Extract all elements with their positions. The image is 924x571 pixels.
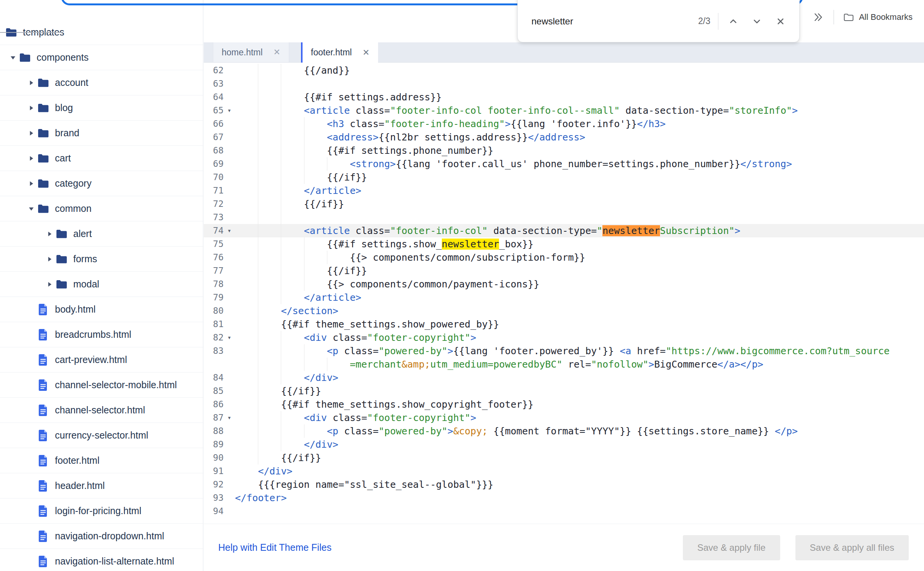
line-number: 82 [204,331,224,344]
indent-guide [258,344,281,358]
code-line-67[interactable]: 67<address>{{nl2br settings.address}}</a… [204,131,924,144]
code-line-80[interactable]: 80</section> [204,304,924,318]
save-apply-file-button[interactable]: Save & apply file [683,535,780,560]
indent-space [235,358,258,371]
tree-folder-common[interactable]: common [0,196,203,221]
find-next-button[interactable] [745,10,769,33]
tree-folder-modal[interactable]: modal [0,272,203,297]
tree-folder-category[interactable]: category [0,171,203,196]
fold-arrow-icon[interactable]: ▾ [224,331,235,344]
code-line-79[interactable]: 79</article> [204,291,924,304]
code-line-94[interactable]: 94 [204,505,924,518]
code-line-75[interactable]: 75{{#if settings.show_newsletter_box}} [204,237,924,251]
tree-file-body.html[interactable]: body.html [0,297,203,322]
code-line-65[interactable]: 65▾<article class="footer-info-col foote… [204,104,924,117]
code-line-62[interactable]: 62{{/and}} [204,64,924,77]
code-line-71[interactable]: 71</article> [204,184,924,197]
tab-close-icon[interactable]: ✕ [273,47,280,57]
code-token: href= [631,345,666,356]
save-apply-all-files-button[interactable]: Save & apply all files [795,535,909,560]
tree-folder-alert[interactable]: alert [0,221,203,247]
indent-guide [304,131,327,144]
caret-right-icon[interactable] [44,281,55,287]
tab-home.html[interactable]: home.html✕ [213,42,289,62]
tree-file-cart-preview.html[interactable]: cart-preview.html [0,347,203,373]
code-line-81[interactable]: 81{{#if theme_settings.show_powered_by}} [204,318,924,331]
code-line-69[interactable]: 69<strong>{{lang 'footer.call_us' phone_… [204,157,924,171]
code-line-68[interactable]: 68{{#if settings.phone_number}} [204,144,924,157]
tree-folder-blog[interactable]: blog [0,95,203,121]
code-line-88[interactable]: 88<p class="powered-by">&copy; {{moment … [204,424,924,438]
tree-folder-components[interactable]: components [0,45,203,70]
code-line-87[interactable]: 87▾<div class="footer-copyright"> [204,411,924,424]
code-line-72[interactable]: 72{{/if}} [204,197,924,211]
code-line-92[interactable]: 92{{{region name="ssl_site_seal--global"… [204,478,924,491]
caret-right-icon[interactable] [26,80,37,86]
code-line-wrap[interactable]: =merchant&amp;utm_medium=poweredbyBC" re… [204,358,924,371]
tree-file-currency-selector.html[interactable]: currency-selector.html [0,423,203,448]
code-line-93[interactable]: 93</footer> [204,491,924,505]
line-number: 71 [204,184,224,197]
find-close-button[interactable] [769,10,792,33]
bookmarks-overflow-icon[interactable] [812,11,824,23]
fold-spacer [224,465,235,478]
indent-guide [258,304,281,318]
code-line-77[interactable]: 77{{/if}} [204,264,924,277]
caret-right-icon[interactable] [44,231,55,237]
tree-file-footer.html[interactable]: footer.html [0,448,203,473]
indent-space [235,224,258,237]
caret-down-icon[interactable] [26,206,37,212]
tree-folder-forms[interactable]: forms [0,247,203,272]
tree-file-header.html[interactable]: header.html [0,473,203,498]
find-previous-button[interactable] [721,10,745,33]
tree-folder-account[interactable]: account [0,70,203,95]
caret-right-icon[interactable] [26,130,37,136]
tree-folder-brand[interactable]: brand [0,121,203,146]
tree-file-navigation-dropdown.html[interactable]: navigation-dropdown.html [0,524,203,549]
code-line-64[interactable]: 64{{#if settings.address}} [204,90,924,104]
tree-item-label: account [55,77,89,88]
tree-file-navigation-list-alternate.html[interactable]: navigation-list-alternate.html [0,549,203,571]
tree-folder-cart[interactable]: cart [0,146,203,171]
caret-down-icon[interactable] [8,55,18,61]
tab-footer.html[interactable]: footer.html✕ [301,42,378,63]
code-line-66[interactable]: 66<h3 class="footer-info-heading">{{lang… [204,117,924,131]
caret-right-icon[interactable] [26,105,37,111]
tree-file-breadcrumbs.html[interactable]: breadcrumbs.html [0,322,203,347]
code-line-83[interactable]: 83<p class="powered-by">{{lang 'footer.p… [204,344,924,358]
tree-file-login-for-pricing.html[interactable]: login-for-pricing.html [0,498,203,524]
find-input[interactable]: newsletter [531,16,698,27]
code-line-76[interactable]: 76{{> components/common/subscription-for… [204,251,924,264]
code-editor[interactable]: 62{{/and}}6364{{#if settings.address}}65… [204,63,924,524]
caret-right-icon[interactable] [26,181,37,187]
code-line-78[interactable]: 78{{> components/common/payment-icons}} [204,277,924,291]
tree-file-channel-selector-mobile.html[interactable]: channel-selector-mobile.html [0,373,203,398]
code-text [235,77,924,90]
code-line-84[interactable]: 84</div> [204,371,924,384]
fold-arrow-icon[interactable]: ▾ [224,224,235,237]
code-text: {{/if}} [235,384,924,398]
code-line-74[interactable]: 74▾<article class="footer-info-col" data… [204,224,924,237]
tab-close-icon[interactable]: ✕ [362,48,369,58]
caret-right-icon[interactable] [44,256,55,262]
code-line-73[interactable]: 73 [204,211,924,224]
code-line-63[interactable]: 63 [204,77,924,90]
all-bookmarks-button[interactable]: All Bookmarks [843,12,913,22]
code-text: <strong>{{lang 'footer.call_us' phone_nu… [235,157,924,171]
code-line-89[interactable]: 89</div> [204,438,924,451]
help-link[interactable]: Help with Edit Theme Files [218,542,332,553]
code-line-85[interactable]: 85{{/if}} [204,384,924,398]
fold-arrow-icon[interactable]: ▾ [224,411,235,424]
code-line-70[interactable]: 70{{/if}} [204,171,924,184]
code-line-91[interactable]: 91</div> [204,465,924,478]
code-line-86[interactable]: 86{{#if theme_settings.show_copyright_fo… [204,398,924,411]
tree-file-channel-selector.html[interactable]: channel-selector.html [0,398,203,423]
code-text: <p class="powered-by">&copy; {{moment fo… [235,424,924,438]
code-line-90[interactable]: 90{{/if}} [204,451,924,465]
caret-right-icon[interactable] [26,155,37,161]
indent-space [235,64,258,77]
save-buttons-group: Save & apply file Save & apply all files [683,535,909,560]
file-icon [37,531,50,542]
fold-arrow-icon[interactable]: ▾ [224,104,235,117]
code-line-82[interactable]: 82▾<div class="footer-copyright"> [204,331,924,344]
